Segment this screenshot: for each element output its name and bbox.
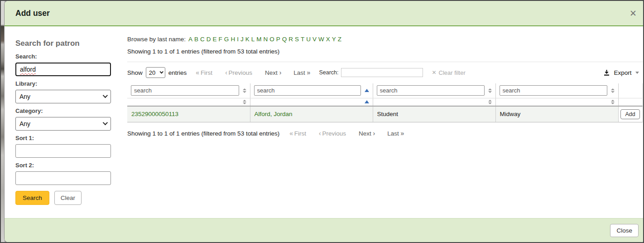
search-button[interactable]: Search [15,191,49,205]
sort-indicator-row [127,98,642,106]
close-button[interactable]: Close [610,224,639,237]
modal-footer: Close [5,218,644,242]
pagination-first[interactable]: « First [289,130,306,137]
browse-letter-u[interactable]: U [306,36,311,43]
category-filter-input[interactable] [377,85,485,96]
background-page-edge [1,1,5,242]
browse-letter-i[interactable]: I [237,36,239,43]
browse-letter-x[interactable]: X [326,36,330,43]
caret-down-icon [635,72,639,74]
double-chevron-right-icon: » [400,130,404,137]
chevron-left-icon: ‹ [319,130,321,137]
sort-icon[interactable] [243,100,246,104]
double-chevron-left-icon: « [196,69,199,76]
browse-letter-q[interactable]: Q [282,36,287,43]
browse-letter-d[interactable]: D [207,36,211,43]
sort-asc-icon[interactable] [365,100,369,103]
modal-header: Add user ✕ [5,1,644,26]
sort2-input[interactable] [15,171,111,185]
pagination-previous[interactable]: ‹ Previous [319,130,346,137]
sort-icon[interactable] [488,88,492,93]
browse-letter-j[interactable]: J [240,36,244,43]
pagination-first[interactable]: « First [196,69,212,76]
sort-icon[interactable] [243,88,246,93]
table-search-input[interactable] [341,68,423,77]
double-chevron-left-icon: « [289,130,293,137]
name-filter-input[interactable] [254,85,361,96]
x-icon: ✕ [432,69,436,76]
browse-letter-o[interactable]: O [269,36,274,43]
library-select[interactable]: Any [15,90,111,103]
patron-search-input[interactable]: alford [15,63,111,76]
pagination-next[interactable]: Next › [265,69,281,76]
browse-letter-f[interactable]: F [219,36,222,43]
sort2-label: Sort 2: [15,162,111,169]
patron-library: Midway [495,106,618,122]
cardnumber-link[interactable]: 23529000050113 [131,111,178,117]
browse-label: Browse by last name: [127,36,186,43]
browse-letter-r[interactable]: R [288,36,293,43]
double-chevron-right-icon: » [307,69,310,76]
add-user-modal: Add user ✕ Search for patron Search: alf… [5,1,644,242]
browse-letter-m[interactable]: M [256,36,261,43]
browse-letter-n[interactable]: N [263,36,268,43]
table-footer-info: Showing 1 to 1 of 1 entries (filtered fr… [127,130,643,137]
pagination-last[interactable]: Last » [387,130,404,137]
patron-name-link[interactable]: Alford, Jordan [255,111,293,117]
modal-title: Add user [15,9,50,18]
browse-letter-g[interactable]: G [224,36,229,43]
clear-button[interactable]: Clear [54,191,82,205]
page-size-select-wrap: 20 [146,67,165,78]
search-label: Search: [15,53,111,60]
patron-results-table: 23529000050113 Alford, Jordan Student Mi… [127,83,643,122]
browse-letter-w[interactable]: W [318,36,324,43]
chevron-left-icon: ‹ [225,69,227,76]
table-search-label: Search: [319,69,338,76]
patron-category: Student [373,106,495,122]
browse-letter-h[interactable]: H [231,36,235,43]
export-button[interactable]: Export [603,69,639,76]
results-panel: Browse by last name:ABCDEFGHIJKLMNOPQRST… [111,26,644,217]
browse-letters: ABCDEFGHIJKLMNOPQRSTUVWXYZ [187,36,341,43]
sort-icon[interactable] [488,100,492,104]
close-icon[interactable]: ✕ [630,9,637,18]
download-icon [603,69,610,76]
pagination-last[interactable]: Last » [293,69,310,76]
browse-letter-s[interactable]: S [295,36,299,43]
category-select[interactable]: Any [15,117,111,131]
chevron-right-icon: › [373,130,375,137]
browse-letter-c[interactable]: C [200,36,205,43]
browse-letter-t[interactable]: T [301,36,304,43]
add-patron-button[interactable]: Add [620,109,639,119]
browse-letter-a[interactable]: A [188,36,192,43]
browse-letter-y[interactable]: Y [332,36,336,43]
pagination-top: « First ‹ Previous Next › Last » [196,69,310,76]
browse-letter-b[interactable]: B [194,36,198,43]
screenshot-frame: Add user ✕ Search for patron Search: alf… [0,0,644,243]
sort-icon[interactable] [611,100,615,104]
sort-asc-icon[interactable] [365,89,369,92]
pagination-previous[interactable]: ‹ Previous [225,69,252,76]
column-filter-row [127,83,642,98]
sort1-label: Sort 1: [15,135,111,141]
browse-letter-e[interactable]: E [213,36,217,43]
entries-label: entries [168,69,187,76]
browse-letter-k[interactable]: K [245,36,250,43]
sort-icon[interactable] [611,88,615,93]
browse-letter-l[interactable]: L [251,36,255,43]
pagination-next[interactable]: Next › [359,130,375,137]
browse-letter-z[interactable]: Z [338,36,341,43]
browse-letter-p[interactable]: P [276,36,280,43]
category-select-wrap: Any [15,117,111,131]
library-filter-input[interactable] [500,85,607,96]
browse-by-last-name: Browse by last name:ABCDEFGHIJKLMNOPQRST… [127,36,643,43]
cardnumber-filter-input[interactable] [131,85,239,96]
clear-filter-button[interactable]: ✕ Clear filter [432,69,465,76]
chevron-right-icon: › [279,69,281,76]
browse-letter-v[interactable]: V [312,36,317,43]
sidebar-buttons: Search Clear [15,191,111,205]
sort1-input[interactable] [15,144,111,158]
patron-search-value: alford [20,66,36,73]
library-select-wrap: Any [15,90,111,103]
page-size-select[interactable]: 20 [146,67,165,78]
